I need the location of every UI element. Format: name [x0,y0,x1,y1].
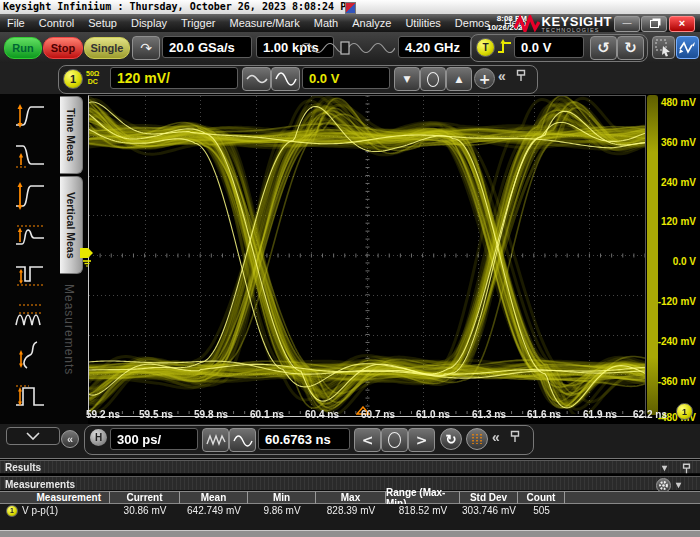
trigger-edge-icon[interactable] [497,38,512,55]
scale-decrease-button[interactable] [242,67,271,91]
collapse-icon: « [67,433,73,445]
offset-zero-button[interactable] [420,67,446,91]
plus-icon: + [479,71,491,87]
y-tick-label: 120 mV [654,216,696,227]
redo-button[interactable]: ↻ [617,36,644,60]
offset-down-button[interactable]: ▼ [394,67,420,91]
horizontal-badge[interactable]: H [90,429,107,446]
channel-offset-field[interactable]: 0.0 V [302,67,390,89]
minimize-icon: — [623,18,632,28]
col-current[interactable]: Current [110,491,180,504]
col-min[interactable]: Min [248,491,316,504]
chevron-down-icon [26,432,40,440]
timebase-position-field[interactable]: 60.6763 ns [258,428,350,450]
clear-display-button[interactable]: ↷ [132,36,160,60]
minimize-button[interactable]: — [614,16,640,32]
y-tick-label: -240 mV [654,336,696,347]
y-tick-label: -360 mV [654,376,696,387]
menu-analyze[interactable]: Analyze [345,17,398,29]
cell-max: 828.39 mV [316,504,386,517]
trigger-source-badge[interactable]: T [476,38,495,57]
x-tick-label: 59.8 ns [186,409,236,420]
col-range[interactable]: Range (Max-Min) [386,491,460,504]
stop-button[interactable]: Stop [43,37,83,59]
results-pin-icon[interactable] [682,463,691,474]
col-stddev[interactable]: Std Dev [460,491,518,504]
channel-pin-icon[interactable] [516,69,526,82]
single-button[interactable]: Single [84,37,130,59]
position-right-button[interactable]: > [408,428,435,452]
top-level-icon[interactable] [2,216,58,254]
touch-zoom-button[interactable] [676,36,699,59]
waveform-arrows-icon [679,40,696,55]
col-mean[interactable]: Mean [180,491,248,504]
rise-time-icon[interactable] [2,96,58,134]
trigger-level-field[interactable]: 0.0 V [514,36,584,58]
refresh-acquisition-button[interactable]: ↻ [440,428,462,450]
region-select-button[interactable] [652,36,675,59]
dotted-columns-icon [471,433,483,445]
offset-up-button[interactable]: ▲ [446,67,472,91]
col-count[interactable]: Count [518,491,565,504]
sidebar-expand-button[interactable] [6,427,60,445]
channel-collapse-button[interactable]: « [498,68,506,84]
measurements-title: Measurements [5,479,75,490]
col-filler [565,491,700,504]
fall-time-icon[interactable] [2,136,58,174]
run-button[interactable]: Run [4,37,42,59]
scale-increase-button[interactable] [271,67,300,91]
bandwidth-field[interactable]: 4.20 GHz [398,36,472,58]
col-max[interactable]: Max [316,491,386,504]
menu-setup[interactable]: Setup [81,17,124,29]
restore-button[interactable] [641,16,667,32]
menu-display[interactable]: Display [124,17,174,29]
coupling-indicator[interactable]: 50Ω DC [86,70,99,87]
waveform-display[interactable] [88,95,646,417]
segmented-display-button[interactable] [466,428,488,450]
results-panel-header[interactable]: Results ▾ [0,460,700,474]
menu-control[interactable]: Control [32,17,81,29]
position-left-button[interactable]: < [354,428,381,452]
rms-icon[interactable] [2,336,58,374]
restore-icon [650,20,659,28]
results-title: Results [5,462,41,473]
pulse-amplitude-icon[interactable] [2,376,58,414]
undo-button[interactable]: ↺ [590,36,617,60]
compressed-wave-icon [206,434,226,447]
amplitude-icon[interactable] [2,176,58,214]
sidebar-collapse-button[interactable]: « [61,430,79,448]
x-tick-label: 59.2 ns [78,409,128,420]
col-measurement[interactable]: Measurement [0,491,110,504]
timebase-pin-icon[interactable] [510,430,520,443]
channel-1-plot-badge[interactable]: 1 [676,403,693,420]
add-channel-button[interactable]: + [474,68,495,89]
tab-time-meas[interactable]: Time Meas [60,96,83,174]
base-level-icon[interactable] [2,256,58,294]
close-button[interactable]: × [669,16,695,32]
keysight-spark-icon [514,15,540,33]
results-dropdown-icon[interactable]: ▾ [662,462,667,473]
timebase-collapse-button[interactable]: « [492,429,500,445]
timebase-scale-field[interactable]: 300 ps/ [110,428,198,450]
menu-measure-mark[interactable]: Measure/Mark [222,17,306,29]
channel-ground-marker[interactable] [79,246,95,267]
measurement-name: V p-p(1) [22,505,58,516]
y-tick-label: 480 mV [654,97,696,108]
menu-math[interactable]: Math [307,17,345,29]
sample-rate-field[interactable]: 20.0 GSa/s [162,36,252,58]
position-zero-button[interactable] [381,428,408,452]
measurements-dropdown-icon[interactable]: ▾ [676,479,681,490]
measurements-panel-header[interactable]: Measurements ▾ [0,476,700,491]
eye-diagram-canvas[interactable] [89,96,645,414]
menu-utilities[interactable]: Utilities [398,17,447,29]
menu-trigger[interactable]: Trigger [174,17,222,29]
channel-1-badge[interactable]: 1 [63,69,83,89]
x-tick-label: 61.3 ns [464,409,514,420]
vertical-scale-field[interactable]: 120 mV/ [110,67,238,89]
menu-file[interactable]: File [0,17,32,29]
timebase-zoom-in-button[interactable] [229,428,256,452]
timebase-zoom-out-button[interactable] [202,428,229,452]
up-arrow-icon: ▲ [456,74,463,84]
table-row[interactable]: 1 V p-p(1) [0,504,110,517]
peak-peak-icon[interactable] [2,296,58,334]
